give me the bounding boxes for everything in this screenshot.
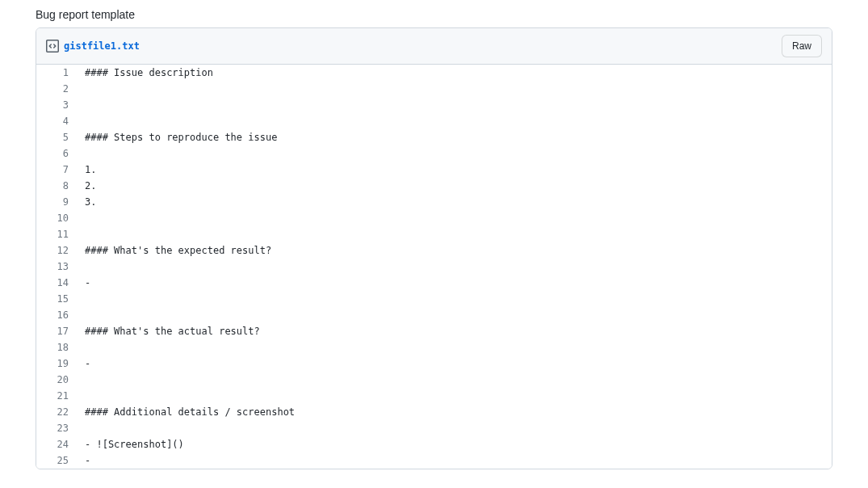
code-area: 1#### Issue description2345#### Steps to… [36, 65, 832, 469]
line-content[interactable] [77, 307, 832, 323]
line-content[interactable]: #### Issue description [77, 65, 832, 81]
line-content[interactable] [77, 210, 832, 226]
code-line: 22#### Additional details / screenshot [36, 404, 832, 420]
line-content[interactable]: #### Additional details / screenshot [77, 404, 832, 420]
code-line: 82. [36, 178, 832, 194]
code-line: 1#### Issue description [36, 65, 832, 81]
line-content[interactable] [77, 372, 832, 388]
line-number[interactable]: 8 [36, 178, 77, 194]
code-line: 10 [36, 210, 832, 226]
line-number[interactable]: 6 [36, 145, 77, 162]
line-content[interactable] [77, 291, 832, 307]
code-line: 4 [36, 113, 832, 129]
code-table: 1#### Issue description2345#### Steps to… [36, 65, 832, 469]
line-content[interactable] [77, 145, 832, 162]
line-number[interactable]: 19 [36, 355, 77, 372]
line-content[interactable]: 2. [77, 178, 832, 194]
code-line: 15 [36, 291, 832, 307]
line-number[interactable]: 11 [36, 226, 77, 242]
code-line: 14- [36, 275, 832, 291]
line-number[interactable]: 5 [36, 129, 77, 145]
code-line: 11 [36, 226, 832, 242]
line-content[interactable] [77, 259, 832, 275]
line-number[interactable]: 25 [36, 452, 77, 469]
code-line: 5#### Steps to reproduce the issue [36, 129, 832, 145]
code-line: 13 [36, 259, 832, 275]
code-line: 21 [36, 388, 832, 404]
line-number[interactable]: 20 [36, 372, 77, 388]
line-number[interactable]: 21 [36, 388, 77, 404]
line-number[interactable]: 7 [36, 162, 77, 178]
line-content[interactable]: - [77, 452, 832, 469]
code-line: 3 [36, 97, 832, 113]
line-content[interactable] [77, 388, 832, 404]
line-content[interactable]: - [77, 355, 832, 372]
code-line: 16 [36, 307, 832, 323]
line-number[interactable]: 9 [36, 194, 77, 210]
line-number[interactable]: 2 [36, 81, 77, 97]
line-content[interactable]: 3. [77, 194, 832, 210]
code-line: 71. [36, 162, 832, 178]
line-content[interactable] [77, 81, 832, 97]
code-line: 93. [36, 194, 832, 210]
page-title: Bug report template [0, 0, 868, 27]
code-line: 2 [36, 81, 832, 97]
line-content[interactable] [77, 339, 832, 355]
line-content[interactable]: #### What's the expected result? [77, 242, 832, 259]
line-number[interactable]: 24 [36, 436, 77, 452]
line-content[interactable]: - ![Screenshot]() [77, 436, 832, 452]
line-number[interactable]: 4 [36, 113, 77, 129]
code-line: 17#### What's the actual result? [36, 323, 832, 339]
file-box: gistfile1.txt Raw 1#### Issue descriptio… [36, 27, 832, 469]
line-content[interactable]: #### What's the actual result? [77, 323, 832, 339]
line-content[interactable]: 1. [77, 162, 832, 178]
line-number[interactable]: 13 [36, 259, 77, 275]
line-number[interactable]: 3 [36, 97, 77, 113]
line-number[interactable]: 22 [36, 404, 77, 420]
line-content[interactable] [77, 420, 832, 436]
filename-link[interactable]: gistfile1.txt [64, 40, 140, 52]
line-number[interactable]: 10 [36, 210, 77, 226]
code-line: 25- [36, 452, 832, 469]
line-content[interactable]: #### Steps to reproduce the issue [77, 129, 832, 145]
code-line: 23 [36, 420, 832, 436]
line-number[interactable]: 12 [36, 242, 77, 259]
code-line: 6 [36, 145, 832, 162]
code-square-icon [46, 40, 59, 53]
code-line: 19- [36, 355, 832, 372]
line-content[interactable]: - [77, 275, 832, 291]
line-number[interactable]: 14 [36, 275, 77, 291]
file-header: gistfile1.txt Raw [36, 28, 832, 65]
line-number[interactable]: 18 [36, 339, 77, 355]
raw-button[interactable]: Raw [782, 35, 822, 57]
code-line: 24- ![Screenshot]() [36, 436, 832, 452]
file-info: gistfile1.txt [46, 40, 140, 53]
code-line: 12#### What's the expected result? [36, 242, 832, 259]
line-number[interactable]: 15 [36, 291, 77, 307]
line-number[interactable]: 1 [36, 65, 77, 81]
line-content[interactable] [77, 97, 832, 113]
code-line: 18 [36, 339, 832, 355]
code-line: 20 [36, 372, 832, 388]
line-content[interactable] [77, 226, 832, 242]
line-number[interactable]: 23 [36, 420, 77, 436]
line-content[interactable] [77, 113, 832, 129]
line-number[interactable]: 17 [36, 323, 77, 339]
line-number[interactable]: 16 [36, 307, 77, 323]
